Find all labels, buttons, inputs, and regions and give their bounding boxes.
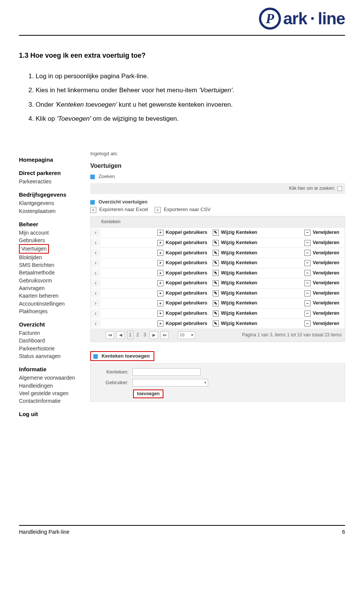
sidebar-group-header[interactable]: Homepagina bbox=[19, 156, 80, 164]
sidebar-group-header[interactable]: Beheer bbox=[19, 220, 80, 228]
add-vehicle-section: Kenteken toevoegen Kenteken: Gebruiker: … bbox=[90, 351, 345, 402]
expand-row-button[interactable]: › bbox=[91, 279, 100, 287]
wijzig-kenteken-button[interactable]: ✎Wijzig Kenteken bbox=[213, 280, 263, 287]
koppel-gebruikers-button[interactable]: +Koppel gebruikers bbox=[157, 310, 213, 317]
plus-icon: + bbox=[157, 311, 163, 317]
sidebar-item[interactable]: SMS Berichten bbox=[19, 261, 80, 269]
pencil-icon: ✎ bbox=[213, 240, 219, 246]
sidebar-item[interactable]: Parkeerhistorie bbox=[19, 345, 80, 352]
pager-next-button[interactable]: ▶ bbox=[150, 331, 158, 339]
pager-page-numbers[interactable]: 123 bbox=[127, 331, 147, 339]
sidebar-item[interactable]: Handleidingen bbox=[19, 382, 80, 390]
koppel-gebruikers-button[interactable]: +Koppel gebruikers bbox=[157, 280, 213, 287]
add-vehicle-form: Kenteken: Gebruiker: toevoegen bbox=[90, 363, 345, 402]
sidebar-item[interactable]: Parkeeracties bbox=[19, 178, 80, 185]
sidebar-item[interactable]: Veel gestelde vragen bbox=[19, 390, 80, 397]
sidebar-item[interactable]: Bloktijden bbox=[19, 254, 80, 261]
wijzig-kenteken-button[interactable]: ✎Wijzig Kenteken bbox=[213, 310, 263, 317]
koppel-gebruikers-button[interactable]: +Koppel gebruikers bbox=[157, 240, 213, 246]
sidebar-item[interactable]: Contactinformatie bbox=[19, 397, 80, 405]
sidebar-group-header[interactable]: Overzicht bbox=[19, 320, 80, 328]
sidebar-item[interactable]: Status aanvragen bbox=[19, 352, 80, 360]
wijzig-kenteken-button[interactable]: ✎Wijzig Kenteken bbox=[213, 300, 263, 307]
verwijderen-button[interactable]: −Verwijderen bbox=[304, 310, 345, 317]
search-checkbox[interactable] bbox=[337, 186, 342, 191]
sidebar-item[interactable]: Betaalmethode bbox=[19, 269, 80, 276]
sidebar-group-header[interactable]: Bedrijfsgegevens bbox=[19, 191, 80, 199]
expand-row-button[interactable]: › bbox=[91, 270, 100, 277]
pencil-icon: ✎ bbox=[213, 250, 219, 256]
koppel-gebruikers-button[interactable]: +Koppel gebruikers bbox=[157, 270, 213, 277]
sidebar-item[interactable]: Mijn account bbox=[19, 229, 80, 237]
wijzig-kenteken-button[interactable]: ✎Wijzig Kenteken bbox=[213, 250, 263, 257]
expand-row-button[interactable]: › bbox=[91, 229, 100, 237]
sidebar-item[interactable]: Aanvragen bbox=[19, 284, 80, 292]
instruction-step: Onder 'Kenteken toevoegen' kunt u het ge… bbox=[36, 99, 345, 110]
pager-page-size-select[interactable]: 10▾ bbox=[178, 331, 195, 339]
expand-row-button[interactable]: › bbox=[91, 249, 100, 257]
sidebar-group-header[interactable]: Direct parkeren bbox=[19, 169, 80, 177]
sidebar-item[interactable]: Plakhoesjes bbox=[19, 308, 80, 315]
koppel-gebruikers-button[interactable]: +Koppel gebruikers bbox=[157, 229, 213, 236]
pager-first-button[interactable]: ⏮ bbox=[106, 331, 114, 339]
pencil-icon: ✎ bbox=[213, 290, 219, 296]
expand-row-button[interactable]: › bbox=[91, 300, 100, 307]
expand-row-button[interactable]: › bbox=[91, 239, 100, 247]
verwijderen-button[interactable]: −Verwijderen bbox=[304, 250, 345, 257]
pager-page[interactable]: 1 bbox=[127, 331, 133, 339]
sidebar-item[interactable]: Klantgegevens bbox=[19, 199, 80, 207]
export-csv-link[interactable]: Exporteren naar CSV bbox=[164, 207, 211, 212]
pager-last-button[interactable]: ⏭ bbox=[160, 331, 169, 339]
verwijderen-button[interactable]: −Verwijderen bbox=[304, 290, 345, 297]
sidebar-group-header[interactable]: Log uit bbox=[19, 410, 80, 418]
sidebar-item[interactable]: Dashboard bbox=[19, 337, 80, 344]
wijzig-kenteken-button[interactable]: ✎Wijzig Kenteken bbox=[213, 290, 263, 297]
verwijderen-button[interactable]: −Verwijderen bbox=[304, 229, 345, 236]
export-excel-link[interactable]: Exporteren naar Excel bbox=[99, 207, 148, 212]
wijzig-kenteken-button[interactable]: ✎Wijzig Kenteken bbox=[213, 229, 263, 236]
sidebar-item[interactable]: Gebruiksvorm bbox=[19, 277, 80, 284]
pager-page[interactable]: 2 bbox=[135, 331, 141, 339]
plus-icon: + bbox=[157, 300, 163, 306]
koppel-gebruikers-button[interactable]: +Koppel gebruikers bbox=[157, 260, 213, 267]
verwijderen-button[interactable]: −Verwijderen bbox=[304, 300, 345, 307]
wijzig-kenteken-button[interactable]: ✎Wijzig Kenteken bbox=[213, 240, 263, 246]
expand-row-button[interactable]: › bbox=[91, 290, 100, 297]
wijzig-kenteken-button[interactable]: ✎Wijzig Kenteken bbox=[213, 320, 263, 327]
sidebar-item[interactable]: Facturen bbox=[19, 329, 80, 337]
verwijderen-button[interactable]: −Verwijderen bbox=[304, 260, 345, 267]
table-row: ›+Koppel gebruikers✎Wijzig Kenteken−Verw… bbox=[91, 288, 345, 298]
verwijderen-button[interactable]: −Verwijderen bbox=[304, 270, 345, 277]
expand-row-button[interactable]: › bbox=[91, 259, 100, 267]
wijzig-kenteken-button[interactable]: ✎Wijzig Kenteken bbox=[213, 260, 263, 267]
table-row: ›+Koppel gebruikers✎Wijzig Kenteken−Verw… bbox=[91, 248, 345, 258]
sidebar-item[interactable]: Gebruikers bbox=[19, 237, 80, 244]
pager-page[interactable]: 3 bbox=[142, 331, 147, 339]
sidebar-item[interactable]: Algemene voorwaarden bbox=[19, 374, 80, 382]
expand-row-button[interactable]: › bbox=[91, 310, 100, 317]
sidebar-item[interactable]: Kaarten beheren bbox=[19, 292, 80, 300]
search-panel[interactable]: Klik hier om te zoeken: bbox=[90, 183, 345, 194]
pagination-bar: ⏮ ◀ 123 ▶ ⏭ 10▾ Pagina 1 van 3, items 1 … bbox=[91, 328, 345, 342]
sidebar-item[interactable]: Kostenplaatsen bbox=[19, 207, 80, 215]
verwijderen-button[interactable]: −Verwijderen bbox=[304, 280, 345, 287]
verwijderen-button[interactable]: −Verwijderen bbox=[304, 320, 345, 327]
plus-icon: + bbox=[157, 250, 163, 256]
plus-icon: + bbox=[157, 270, 163, 276]
sidebar-item[interactable]: Voertuigen bbox=[19, 244, 80, 253]
koppel-gebruikers-button[interactable]: +Koppel gebruikers bbox=[157, 320, 213, 327]
square-bullet-icon bbox=[93, 354, 98, 359]
kenteken-input[interactable] bbox=[132, 368, 201, 376]
koppel-gebruikers-button[interactable]: +Koppel gebruikers bbox=[157, 290, 213, 297]
koppel-gebruikers-button[interactable]: +Koppel gebruikers bbox=[157, 250, 213, 257]
verwijderen-button[interactable]: −Verwijderen bbox=[304, 240, 345, 246]
gebruiker-select[interactable] bbox=[132, 379, 208, 386]
wijzig-kenteken-button[interactable]: ✎Wijzig Kenteken bbox=[213, 270, 263, 277]
koppel-gebruikers-button[interactable]: +Koppel gebruikers bbox=[157, 300, 213, 307]
expand-row-button[interactable]: › bbox=[91, 320, 100, 328]
pager-prev-button[interactable]: ◀ bbox=[116, 331, 125, 339]
sidebar-group-header[interactable]: Informatie bbox=[19, 365, 80, 373]
sidebar-item[interactable]: Accountinstellingen bbox=[19, 300, 80, 308]
section-heading: 1.3 Hoe voeg ik een extra voertuig toe? bbox=[19, 51, 345, 60]
toevoegen-button[interactable]: toevoegen bbox=[133, 390, 163, 398]
